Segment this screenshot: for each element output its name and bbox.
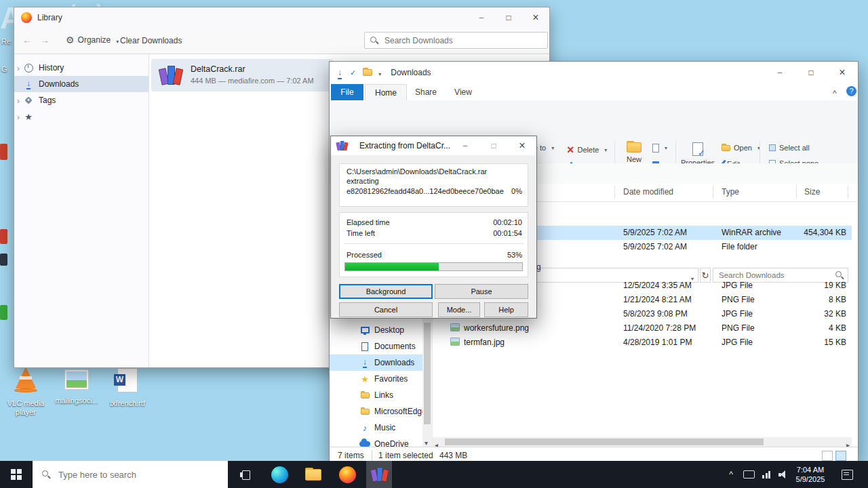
nav-item-links[interactable]: Links xyxy=(330,387,422,403)
scrollbar-thumb[interactable] xyxy=(445,439,764,445)
desktop-icon-txfrench[interactable]: txfrench.rtf xyxy=(102,368,153,408)
sidebar-item-tags[interactable]: Tags xyxy=(14,92,149,108)
nav-label: MicrosoftEdge xyxy=(374,407,427,416)
maximize-button[interactable] xyxy=(795,62,827,83)
desktop-icon-vlc[interactable]: VLC media player xyxy=(0,367,52,417)
delete-button[interactable]: Delete xyxy=(567,144,607,156)
sidebar-item-all-bookmarks[interactable] xyxy=(14,108,149,125)
minimize-button[interactable] xyxy=(451,136,479,155)
library-search-box[interactable] xyxy=(364,32,548,49)
partial-desktop-icon[interactable] xyxy=(0,229,7,244)
sidebar-item-history[interactable]: History xyxy=(14,60,149,76)
taskbar-explorer-button[interactable] xyxy=(300,461,327,488)
close-button[interactable] xyxy=(827,62,858,83)
sidebar-item-downloads[interactable]: Downloads xyxy=(14,76,149,92)
volume-icon[interactable] xyxy=(774,461,791,488)
tab-home[interactable]: Home xyxy=(365,84,407,101)
file-type: File folder xyxy=(722,242,757,251)
new-item-button[interactable] xyxy=(652,144,667,152)
back-icon[interactable]: ← xyxy=(22,35,32,45)
minimize-button[interactable] xyxy=(764,62,795,83)
nav-item-desktop[interactable]: Desktop xyxy=(330,322,422,338)
action-center-button[interactable] xyxy=(835,461,859,488)
column-size[interactable]: Size xyxy=(804,187,820,197)
pause-button[interactable]: Pause xyxy=(435,284,528,299)
firefox-titlebar[interactable]: Library xyxy=(14,7,549,28)
scrollbar-thumb[interactable] xyxy=(424,323,431,424)
file-size: 15 KB xyxy=(799,338,846,347)
download-name: DeltaCrack.rar xyxy=(191,64,245,74)
nav-item-music[interactable]: Music xyxy=(330,420,422,436)
task-view-button[interactable] xyxy=(233,461,258,488)
large-icons-view-button[interactable] xyxy=(835,451,846,461)
details-view-button[interactable] xyxy=(822,451,833,461)
file-row[interactable]: termfan.jpg 4/28/2019 1:01 PM JPG File 1… xyxy=(433,336,852,350)
qat-customize-icon[interactable] xyxy=(376,66,381,79)
nav-item-microsoftedge[interactable]: MicrosoftEdge xyxy=(330,403,422,420)
expand-chevron-icon[interactable] xyxy=(14,63,22,73)
firefox-icon xyxy=(21,12,32,23)
forward-icon[interactable]: → xyxy=(40,35,50,45)
onedrive-icon xyxy=(359,441,370,447)
file-date: 1/21/2024 8:21 AM xyxy=(623,295,692,304)
explorer-titlebar[interactable]: Downloads xyxy=(330,62,858,83)
dialog-titlebar[interactable]: Extracting from DeltaCr... xyxy=(331,136,536,155)
taskbar-edge-button[interactable] xyxy=(266,461,293,488)
help-button[interactable]: Help xyxy=(484,302,528,317)
qat-new-folder-icon[interactable] xyxy=(363,69,372,76)
tab-file[interactable]: File xyxy=(331,84,363,100)
clear-downloads-button[interactable]: Clear Downloads xyxy=(120,36,182,45)
nav-item-favorites[interactable]: Favorites xyxy=(330,371,422,387)
desktop-icon xyxy=(361,327,370,333)
sidebar-item-label: Downloads xyxy=(39,79,79,89)
tab-view[interactable]: View xyxy=(446,84,480,100)
maximize-button[interactable] xyxy=(495,7,522,28)
mode-button[interactable]: Mode... xyxy=(438,302,480,317)
file-size: 19 KB xyxy=(799,281,846,290)
maximize-button[interactable] xyxy=(479,136,508,155)
column-type[interactable]: Type xyxy=(722,187,739,197)
partial-desktop-icon[interactable] xyxy=(0,305,7,320)
collapse-ribbon-icon[interactable] xyxy=(833,87,837,99)
current-file: e820812962feadd48a0...124ed0beece70e0bae xyxy=(347,187,504,195)
start-button[interactable] xyxy=(0,461,33,488)
partial-desktop-icon[interactable] xyxy=(0,144,7,160)
desktop-icon-mailingsoci[interactable]: mailingsoci... xyxy=(52,369,102,405)
download-meta: 444 MB — mediafire.com — 7:02 AM xyxy=(191,77,314,85)
network-icon[interactable] xyxy=(758,461,774,488)
minimize-button[interactable] xyxy=(468,7,495,28)
taskbar-firefox-button[interactable] xyxy=(334,461,361,488)
hidden-icons-chevron[interactable]: ^ xyxy=(724,461,738,488)
column-date-modified[interactable]: Date modified xyxy=(623,187,673,197)
help-icon[interactable] xyxy=(846,86,856,96)
expand-chevron-icon[interactable] xyxy=(14,112,22,122)
expand-chevron-icon[interactable] xyxy=(14,96,22,106)
search-icon xyxy=(370,37,378,45)
background-button[interactable]: Background xyxy=(339,284,433,299)
music-icon xyxy=(363,423,368,433)
horizontal-scrollbar[interactable] xyxy=(433,437,852,447)
nav-item-downloads[interactable]: Downloads xyxy=(330,354,422,371)
taskbar-search-input[interactable] xyxy=(57,469,216,481)
organize-button[interactable]: Organize xyxy=(66,34,119,46)
touch-keyboard-icon[interactable] xyxy=(741,461,757,488)
close-button[interactable] xyxy=(522,7,549,28)
nav-item-documents[interactable]: Documents xyxy=(330,338,422,354)
dialog-title: Extracting from DeltaCr... xyxy=(359,141,450,150)
taskbar-search-box[interactable] xyxy=(33,461,228,488)
search-input[interactable] xyxy=(383,35,528,46)
file-row[interactable]: workersfuture.png 11/24/2020 7:28 PM PNG… xyxy=(433,321,852,336)
taskbar-winrar-button[interactable] xyxy=(366,461,392,488)
close-button[interactable] xyxy=(508,136,536,155)
qat-properties-icon[interactable] xyxy=(350,68,356,77)
window-title: Downloads xyxy=(391,68,431,77)
partial-desktop-icon[interactable] xyxy=(0,253,7,266)
processed-percent: 53% xyxy=(507,251,522,259)
open-button[interactable]: Open xyxy=(722,144,760,152)
taskbar-clock[interactable]: 7:04 AM 5/9/2025 xyxy=(791,461,830,488)
select-all-button[interactable]: Select all xyxy=(769,144,810,152)
download-list-item[interactable]: DeltaCrack.rar 444 MB — mediafire.com — … xyxy=(151,59,333,92)
select-all-icon xyxy=(769,144,776,151)
cancel-button[interactable]: Cancel xyxy=(339,302,433,317)
tab-share[interactable]: Share xyxy=(407,84,445,100)
